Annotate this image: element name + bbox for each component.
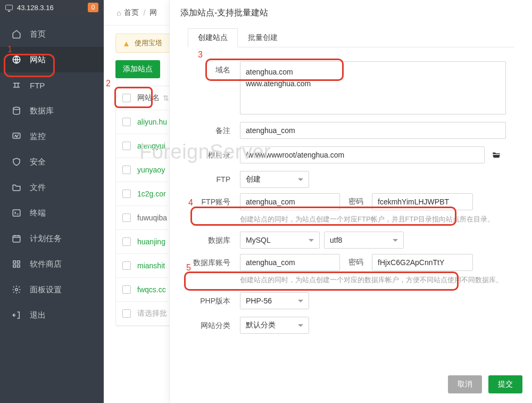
alert-text: 使用宝塔	[135, 38, 162, 48]
nav-label: 监控	[30, 131, 46, 142]
site-name[interactable]: yunyaoy	[137, 166, 165, 174]
server-ip: 43.128.3.16	[17, 4, 54, 12]
db-password-input[interactable]	[372, 254, 473, 271]
nav-terminal[interactable]: 终端	[0, 200, 104, 226]
checkbox[interactable]	[122, 213, 131, 222]
site-name[interactable]: aliyun.hu	[137, 118, 167, 126]
nav-label: 计划任务	[30, 234, 62, 244]
site-name[interactable]: mianshit	[137, 261, 165, 270]
nav-label: 数据库	[30, 106, 54, 116]
nav-label: 文件	[30, 183, 46, 193]
nav-home[interactable]: 首页	[0, 21, 104, 47]
terminal-icon	[12, 208, 21, 218]
crumb-section[interactable]: 网	[149, 8, 157, 18]
nav-label: 终端	[30, 208, 46, 218]
site-name[interactable]: fwqcs.cc	[137, 285, 166, 294]
checkbox-all[interactable]	[122, 94, 131, 102]
db-hint: 创建站点的同时，为站点创建一个对应的数据库帐户，方便不同站点使用不同数据库。	[240, 275, 514, 285]
site-name[interactable]: atengyui	[137, 142, 165, 150]
modal-title: 添加站点-支持批量建站	[170, 0, 532, 26]
note-input[interactable]	[240, 122, 506, 139]
sidebar-top: 43.128.3.16 0	[0, 0, 104, 15]
nav-settings[interactable]: 面板设置	[0, 277, 104, 302]
form: 域名 备注 根目录 FTP 创建 FTP账号 密码 创建站点的同时，为	[170, 47, 532, 334]
cancel-button[interactable]: 取消	[448, 375, 482, 393]
svg-rect-3	[13, 210, 20, 216]
batch-placeholder: 请选择批	[137, 309, 167, 318]
submit-button[interactable]: 提交	[488, 375, 522, 393]
checkbox[interactable]	[122, 142, 131, 150]
sort-icon[interactable]: ⇅	[163, 94, 169, 102]
home-crumb-icon: ⌂	[117, 9, 121, 17]
checkbox[interactable]	[122, 285, 131, 294]
shield-icon	[12, 157, 21, 167]
category-select[interactable]: 默认分类	[240, 317, 309, 334]
add-site-modal: 添加站点-支持批量建站 创建站点 批量创建 域名 备注 根目录 FTP 创建 F…	[169, 0, 532, 403]
label-root: 根目录	[170, 146, 240, 163]
nav-appstore[interactable]: 软件商店	[0, 251, 104, 277]
db-charset-select[interactable]: utf8	[324, 232, 404, 249]
svg-rect-4	[13, 236, 20, 242]
grid-icon	[12, 259, 21, 269]
nav-cron[interactable]: 计划任务	[0, 226, 104, 251]
nav-label: 退出	[30, 310, 46, 320]
nav-website[interactable]: 网站	[0, 47, 104, 72]
nav-logout[interactable]: 退出	[0, 302, 104, 328]
label-ftp: FTP	[170, 171, 240, 188]
db-account-input[interactable]	[240, 254, 340, 271]
logout-icon	[12, 310, 21, 320]
monitor-nav-icon	[12, 131, 21, 141]
domain-input[interactable]	[240, 61, 506, 114]
svg-point-1	[13, 107, 20, 110]
monitor-icon	[5, 5, 13, 10]
ftp-password-input[interactable]	[372, 193, 473, 210]
nav-ftp[interactable]: FTP	[0, 72, 104, 98]
folder-icon	[12, 183, 21, 192]
site-name[interactable]: fuwuqiba	[137, 213, 167, 222]
svg-point-9	[15, 289, 18, 291]
tab-create[interactable]: 创建站点	[188, 28, 238, 47]
checkbox[interactable]	[122, 261, 131, 270]
nav-database[interactable]: 数据库	[0, 98, 104, 124]
svg-rect-7	[13, 265, 16, 268]
checkbox[interactable]	[122, 237, 131, 246]
label-db-pwd: 密码	[344, 258, 368, 267]
label-db-acc: 数据库账号	[170, 254, 240, 271]
ftp-account-input[interactable]	[240, 193, 340, 210]
globe-icon	[12, 55, 21, 64]
ftp-select[interactable]: 创建	[240, 171, 309, 188]
nav-security[interactable]: 安全	[0, 149, 104, 175]
checkbox[interactable]	[122, 166, 131, 174]
modal-tabs: 创建站点 批量创建	[188, 28, 514, 47]
db-type-select[interactable]: MySQL	[240, 232, 320, 249]
gear-icon	[12, 285, 21, 294]
tab-batch[interactable]: 批量创建	[238, 28, 288, 47]
checkbox[interactable]	[122, 309, 131, 318]
folder-open-icon[interactable]	[491, 150, 502, 160]
checkbox[interactable]	[122, 118, 131, 126]
col-name: 网站名	[137, 93, 160, 103]
svg-rect-8	[18, 265, 20, 268]
site-name[interactable]: 1c2g.cor	[137, 190, 166, 198]
nav-label: 软件商店	[30, 259, 62, 269]
label-db: 数据库	[170, 232, 240, 249]
root-input[interactable]	[240, 146, 485, 163]
crumb-home[interactable]: 首页	[124, 8, 139, 18]
notify-badge[interactable]: 0	[88, 3, 98, 12]
warning-icon: ▲	[122, 39, 130, 48]
add-site-button[interactable]: 添加站点	[115, 60, 160, 78]
label-note: 备注	[170, 122, 240, 139]
nav-files[interactable]: 文件	[0, 175, 104, 200]
ftp-hint: 创建站点的同时，为站点创建一个对应FTP帐户，并且FTP目录指向站点所在目录。	[240, 215, 514, 224]
label-php: PHP版本	[170, 292, 240, 309]
php-select[interactable]: PHP-56	[240, 292, 309, 309]
site-name[interactable]: huanjing	[137, 237, 165, 246]
sidebar: 43.128.3.16 0 首页 网站 FTP 数据库 监控 安全	[0, 0, 104, 403]
checkbox[interactable]	[122, 190, 131, 198]
nav-monitor[interactable]: 监控	[0, 124, 104, 149]
label-ftp-pwd: 密码	[344, 197, 368, 207]
database-icon	[12, 106, 21, 116]
home-icon	[12, 29, 21, 39]
label-ftp-acc: FTP账号	[170, 193, 240, 210]
nav: 首页 网站 FTP 数据库 监控 安全 文件 终端	[0, 15, 104, 328]
